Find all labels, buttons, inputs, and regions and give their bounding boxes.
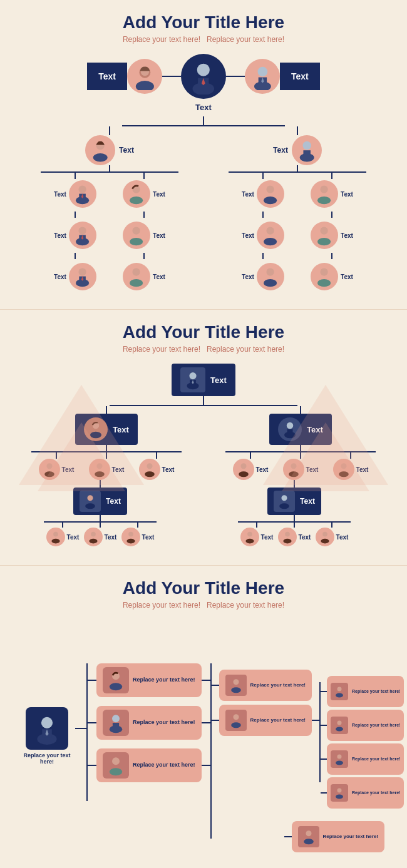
svg-point-42 — [321, 227, 328, 235]
root-label: Text — [195, 103, 212, 112]
s1-node: Text — [341, 191, 353, 198]
svg-point-79 — [285, 532, 290, 537]
s1-node: Text — [54, 191, 66, 198]
svg-point-98 — [337, 687, 342, 692]
s3-root-avatar — [26, 707, 68, 750]
svg-point-40 — [321, 186, 328, 193]
s1-node: Text — [242, 273, 254, 280]
s3-far-card-2: Replace your text here! — [327, 710, 404, 741]
svg-point-56 — [147, 463, 152, 469]
s1-node: Text — [153, 232, 165, 239]
svg-point-43 — [318, 238, 331, 245]
left-branch-label: Text — [119, 146, 134, 155]
svg-rect-91 — [113, 723, 119, 728]
svg-point-69 — [240, 463, 246, 469]
s1-node: Text — [54, 273, 66, 280]
section3-title: Add Your Title Here — [6, 578, 401, 598]
svg-point-7 — [257, 66, 267, 76]
s3-bottom-card: Replace your text here! — [292, 821, 384, 852]
svg-point-21 — [79, 268, 86, 276]
section1-subtitle: Replace your text here! Replace your tex… — [6, 35, 401, 44]
svg-point-65 — [126, 539, 135, 544]
svg-point-63 — [89, 539, 97, 544]
s1-node: Text — [341, 232, 353, 239]
svg-point-27 — [133, 227, 140, 235]
svg-point-93 — [110, 768, 122, 775]
svg-point-13 — [79, 186, 86, 193]
svg-point-1 — [135, 81, 153, 91]
s1-node: Text — [54, 232, 66, 239]
svg-point-61 — [51, 539, 59, 544]
svg-point-59 — [85, 503, 95, 509]
svg-point-45 — [318, 279, 331, 287]
svg-point-41 — [318, 197, 331, 204]
svg-point-89 — [112, 715, 120, 722]
svg-point-97 — [231, 722, 241, 728]
svg-point-57 — [145, 471, 155, 477]
svg-point-95 — [231, 687, 241, 693]
s2-right-sub-branch: Text — [267, 488, 321, 515]
svg-rect-33 — [303, 150, 311, 156]
svg-point-58 — [88, 495, 93, 501]
s2-root-node: Text — [172, 364, 235, 396]
svg-point-82 — [321, 539, 329, 544]
avatar-left-branch — [85, 135, 115, 165]
s1-node: Text — [153, 191, 165, 198]
svg-point-17 — [79, 227, 86, 235]
svg-point-30 — [130, 279, 143, 287]
svg-point-34 — [267, 186, 274, 193]
s1-node: Text — [341, 273, 353, 280]
svg-point-102 — [337, 755, 342, 759]
svg-point-107 — [304, 839, 314, 844]
svg-point-70 — [239, 471, 249, 477]
avatar-right-branch — [292, 135, 322, 165]
section-1: Add Your Title Here Replace your text he… — [0, 0, 407, 310]
svg-point-77 — [247, 532, 252, 537]
section1-title: Add Your Title Here — [6, 13, 401, 33]
svg-point-101 — [336, 727, 343, 732]
svg-point-104 — [337, 789, 342, 793]
svg-point-103 — [336, 761, 343, 765]
s1-node: Text — [242, 191, 254, 198]
svg-point-76 — [279, 503, 289, 509]
svg-point-64 — [128, 532, 133, 537]
svg-point-60 — [53, 532, 58, 537]
svg-point-62 — [91, 532, 96, 537]
svg-point-26 — [130, 197, 143, 204]
avatar-root — [181, 54, 226, 99]
svg-point-31 — [302, 141, 311, 150]
right-branch-label: Text — [273, 146, 288, 155]
section-3: Add Your Title Here Replace your text he… — [0, 566, 407, 868]
s3-far-card-1: Replace your text here! — [327, 676, 404, 707]
svg-point-38 — [267, 268, 274, 276]
avatar-left-root — [127, 59, 162, 94]
svg-point-83 — [41, 717, 53, 728]
svg-point-3 — [197, 64, 210, 76]
right-badge: Text — [280, 63, 320, 90]
s3-mid-card-2: Replace your text here! — [96, 706, 202, 740]
svg-point-29 — [133, 268, 140, 276]
svg-point-46 — [190, 372, 197, 379]
s1-node: Text — [153, 273, 165, 280]
s3-far-card-3: Replace your text here! — [327, 743, 404, 775]
section2-subtitle: Replace your text here! Replace your tex… — [6, 345, 401, 354]
section2-title: Add Your Title Here — [6, 322, 401, 342]
svg-point-92 — [112, 757, 120, 765]
svg-point-94 — [233, 679, 239, 685]
svg-point-106 — [306, 830, 311, 836]
svg-point-105 — [336, 795, 343, 799]
s3-right-card-2: Replace your text here! — [219, 705, 312, 736]
left-badge: Text — [87, 63, 127, 90]
s3-right-card-1: Replace your text here! — [219, 670, 312, 701]
svg-point-81 — [322, 532, 327, 537]
svg-point-75 — [282, 495, 287, 501]
svg-point-44 — [321, 268, 328, 276]
svg-point-78 — [245, 539, 254, 544]
avatar-right-root — [245, 59, 280, 94]
s1-node: Text — [242, 232, 254, 239]
svg-point-37 — [264, 238, 277, 245]
s3-root-label: Replace your text here! — [22, 752, 72, 765]
svg-point-39 — [264, 279, 277, 287]
svg-point-99 — [336, 693, 343, 698]
s3-mid-card-1: Replace your text here! — [96, 663, 202, 697]
